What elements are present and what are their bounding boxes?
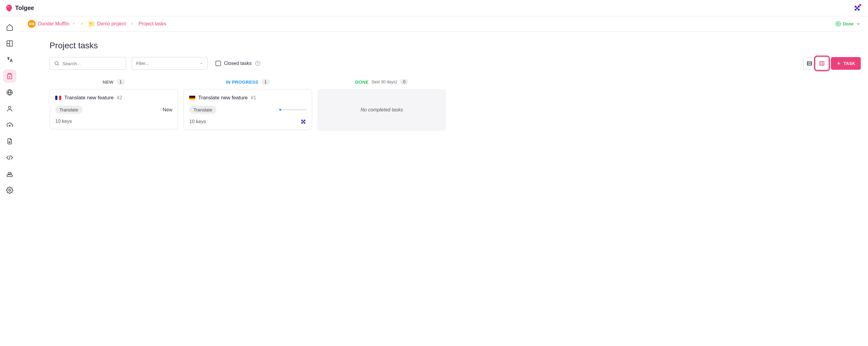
view-board-button[interactable] (816, 57, 829, 70)
svg-rect-13 (807, 62, 812, 65)
sidebar-item-translations[interactable] (3, 53, 16, 66)
search-icon (54, 61, 59, 66)
filter-placeholder: Filter... (136, 61, 149, 66)
page-title: Project tasks (50, 41, 861, 51)
column-title: IN PROGRESS (226, 79, 258, 85)
search-input[interactable] (62, 61, 122, 66)
help-icon[interactable]: ? (255, 61, 260, 66)
notification-dot (859, 4, 861, 6)
filter-select[interactable]: Filter... (132, 57, 208, 70)
svg-rect-6 (7, 74, 12, 79)
task-keys: 10 keys (55, 119, 72, 124)
svg-point-10 (9, 189, 10, 191)
task-status: New (163, 107, 172, 113)
header: Tolgee (0, 0, 868, 16)
empty-column-message: No completed tasks (317, 89, 446, 131)
project-icon: 📁 (88, 21, 95, 27)
add-task-button[interactable]: TASK (831, 57, 861, 70)
list-icon (806, 60, 813, 67)
add-task-label: TASK (843, 61, 855, 66)
sidebar-item-languages[interactable] (3, 86, 16, 99)
sidebar (0, 16, 19, 346)
view-toggle (803, 57, 829, 70)
sidebar-item-developer[interactable] (3, 151, 16, 164)
column-title: DONE (355, 79, 369, 85)
sidebar-item-settings[interactable] (3, 183, 16, 197)
tolgee-logo-icon (5, 4, 13, 12)
svg-rect-9 (7, 175, 12, 177)
task-card[interactable]: Translate new feature #1 Translate 10 k (184, 89, 312, 130)
svg-point-11 (836, 22, 840, 26)
svg-rect-18 (301, 122, 303, 124)
task-card[interactable]: Translate new feature #2 Translate New 1… (50, 89, 178, 129)
status-text: Done (843, 22, 854, 26)
controls-row: Filter... Closed tasks ? (50, 57, 861, 70)
flag-fr-icon (55, 96, 61, 100)
column-subtitle: (last 30 days) (372, 79, 397, 84)
breadcrumb-org[interactable]: Dunder Mufflin (38, 21, 69, 27)
breadcrumb-separator (131, 22, 134, 26)
task-id: #1 (251, 95, 256, 100)
column-count: 0 (400, 79, 408, 85)
org-avatar: DM (28, 20, 36, 28)
svg-point-8 (8, 106, 11, 109)
column-header: NEW 1 (50, 79, 178, 85)
assignee-icon (300, 119, 306, 125)
breadcrumb-bar: DM Dunder Mufflin 📁 Demo project Project… (19, 16, 861, 32)
play-circle-icon (835, 21, 841, 27)
task-type-chip: Translate (189, 106, 216, 114)
sidebar-item-home[interactable] (3, 21, 16, 34)
chevron-down-icon (199, 62, 203, 65)
sidebar-item-export[interactable] (3, 135, 16, 148)
closed-tasks-checkbox[interactable]: Closed tasks ? (216, 61, 260, 66)
plus-icon (836, 61, 841, 66)
svg-rect-4 (856, 7, 858, 9)
sidebar-item-members[interactable] (3, 102, 16, 115)
progress-fill (279, 109, 281, 111)
column-done: DONE (last 30 days) 0 No completed tasks (317, 79, 446, 131)
breadcrumb-project[interactable]: Demo project (97, 21, 126, 27)
column-count: 1 (117, 79, 125, 85)
logo-text: Tolgee (15, 4, 34, 11)
checkbox-icon (216, 61, 221, 66)
closed-tasks-label: Closed tasks (224, 61, 252, 66)
column-count: 1 (261, 79, 270, 85)
column-progress: IN PROGRESS 1 Translate new feature #1 T… (184, 79, 312, 130)
chevron-down-icon[interactable] (72, 22, 75, 26)
logo[interactable]: Tolgee (5, 4, 34, 12)
svg-point-12 (55, 62, 58, 65)
view-list-button[interactable] (803, 57, 816, 70)
search-input-wrap[interactable] (50, 57, 126, 70)
column-new: NEW 1 Translate new feature #2 Translate (50, 79, 178, 129)
column-title: NEW (103, 79, 114, 85)
breadcrumb-current: Project tasks (138, 21, 166, 27)
svg-rect-14 (820, 62, 824, 65)
svg-rect-19 (304, 122, 305, 124)
task-id: #2 (117, 95, 122, 100)
progress-bar (279, 109, 306, 111)
task-title: Translate new feature (64, 95, 114, 101)
sidebar-item-tasks[interactable] (3, 69, 16, 83)
task-type-chip: Translate (55, 106, 83, 114)
status-indicator[interactable]: Done (835, 21, 854, 27)
board-icon (818, 60, 825, 67)
flag-de-icon (189, 96, 195, 100)
column-header: IN PROGRESS 1 (184, 79, 312, 85)
task-keys: 10 keys (189, 119, 206, 124)
column-header: DONE (last 30 days) 0 (317, 79, 446, 85)
sidebar-item-integrations[interactable] (3, 167, 16, 180)
chevron-down-icon[interactable] (856, 22, 861, 26)
task-title: Translate new feature (198, 95, 248, 101)
breadcrumb-separator (80, 22, 83, 26)
task-board: NEW 1 Translate new feature #2 Translate (50, 79, 861, 131)
sidebar-item-dashboard[interactable] (3, 37, 16, 50)
sidebar-item-import[interactable] (3, 118, 16, 132)
header-right-icons[interactable] (854, 4, 861, 12)
